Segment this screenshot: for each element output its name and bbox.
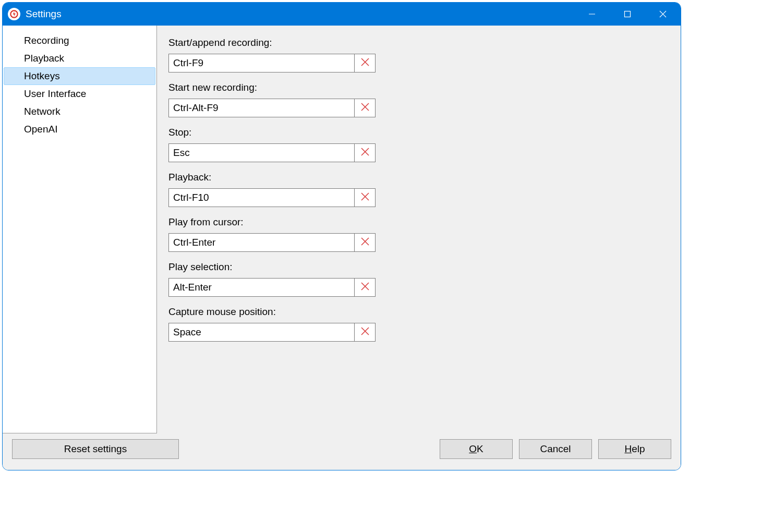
hotkey-field-playback: Playback: (168, 172, 669, 207)
hotkey-input-play-from-cursor[interactable] (168, 233, 355, 252)
hotkey-input-start-append[interactable] (168, 54, 355, 72)
hotkey-input-stop[interactable] (168, 143, 355, 162)
settings-window: Settings Recording Playback Hotkeys (2, 2, 681, 470)
sidebar-item-label: Network (24, 106, 61, 117)
field-label: Capture mouse position: (168, 306, 669, 318)
sidebar-item-playback[interactable]: Playback (4, 50, 155, 67)
button-label: Cancel (540, 443, 571, 455)
window-title: Settings (26, 8, 62, 20)
app-icon (8, 8, 20, 20)
clear-hotkey-button[interactable] (355, 99, 376, 117)
hotkey-field-start-append: Start/append recording: (168, 37, 669, 72)
sidebar: Recording Playback Hotkeys User Interfac… (3, 26, 157, 433)
close-icon (360, 147, 370, 159)
ok-button[interactable]: OK (440, 439, 513, 459)
help-button[interactable]: Help (598, 439, 671, 459)
sidebar-item-label: Recording (24, 35, 69, 46)
cancel-button[interactable]: Cancel (519, 439, 592, 459)
hotkey-field-play-selection: Play selection: (168, 261, 669, 297)
window-controls (574, 3, 681, 26)
close-icon (360, 192, 370, 204)
button-label: OK (469, 443, 483, 455)
sidebar-item-label: OpenAI (24, 124, 57, 135)
maximize-button[interactable] (610, 3, 645, 26)
hotkey-field-capture-mouse: Capture mouse position: (168, 306, 669, 342)
button-label: Reset settings (64, 443, 127, 455)
sidebar-item-openai[interactable]: OpenAI (4, 120, 155, 138)
button-label: Help (624, 443, 645, 455)
sidebar-item-recording[interactable]: Recording (4, 32, 155, 50)
sidebar-item-network[interactable]: Network (4, 103, 155, 120)
hotkey-input-capture-mouse[interactable] (168, 323, 355, 342)
footer: Reset settings OK Cancel Help (3, 433, 681, 470)
close-icon (360, 237, 370, 249)
field-label: Play selection: (168, 261, 669, 273)
close-icon (360, 102, 370, 114)
reset-settings-button[interactable]: Reset settings (12, 439, 179, 459)
hotkey-input-start-new[interactable] (168, 99, 355, 117)
sidebar-item-label: Playback (24, 53, 64, 64)
close-button[interactable] (645, 3, 681, 26)
main-panel: Start/append recording: Start new record… (157, 26, 681, 433)
sidebar-item-label: Hotkeys (24, 70, 60, 81)
clear-hotkey-button[interactable] (355, 188, 376, 207)
sidebar-item-label: User Interface (24, 88, 86, 99)
minimize-button[interactable] (574, 3, 610, 26)
window-body: Recording Playback Hotkeys User Interfac… (3, 26, 681, 433)
titlebar: Settings (3, 3, 681, 26)
clear-hotkey-button[interactable] (355, 323, 376, 342)
hotkey-input-playback[interactable] (168, 188, 355, 207)
hotkey-field-play-from-cursor: Play from cursor: (168, 216, 669, 252)
clear-hotkey-button[interactable] (355, 278, 376, 297)
close-icon (360, 327, 370, 338)
svg-rect-2 (625, 11, 631, 17)
hotkey-field-start-new: Start new recording: (168, 82, 669, 117)
sidebar-item-user-interface[interactable]: User Interface (4, 85, 155, 103)
field-label: Stop: (168, 127, 669, 138)
field-label: Start new recording: (168, 82, 669, 93)
sidebar-item-hotkeys[interactable]: Hotkeys (4, 67, 155, 85)
close-icon (360, 282, 370, 294)
close-icon (360, 57, 370, 69)
field-label: Start/append recording: (168, 37, 669, 49)
clear-hotkey-button[interactable] (355, 233, 376, 252)
field-label: Playback: (168, 172, 669, 183)
clear-hotkey-button[interactable] (355, 54, 376, 72)
field-label: Play from cursor: (168, 216, 669, 228)
clear-hotkey-button[interactable] (355, 143, 376, 162)
hotkey-field-stop: Stop: (168, 127, 669, 162)
hotkey-input-play-selection[interactable] (168, 278, 355, 297)
